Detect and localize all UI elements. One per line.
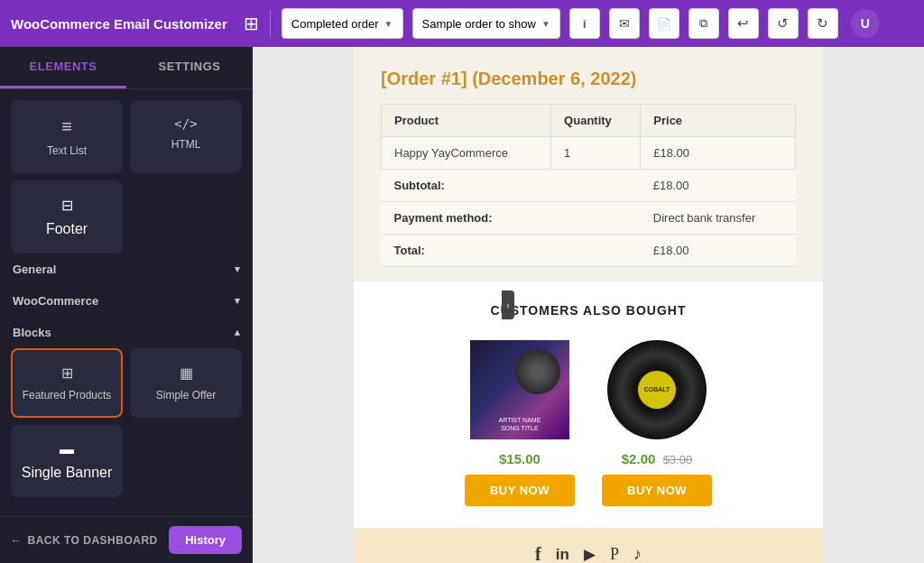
- arrow-left-icon: ←: [11, 534, 23, 547]
- customers-section: CUSTOMERS ALSO BOUGHT ARTIST NAMESONG TI…: [354, 282, 823, 528]
- payment-value: Direct bank transfer: [641, 202, 796, 235]
- payment-row: Payment method: Direct bank transfer: [382, 202, 796, 235]
- subtotal-empty: [551, 170, 641, 202]
- elements-grid: ≡ Text List </> HTML: [11, 100, 242, 173]
- section-blocks[interactable]: Blocks ▴: [11, 317, 242, 348]
- total-row: Total: £18.00: [382, 235, 796, 267]
- price-current: $15.00: [499, 451, 541, 466]
- blocks-single-row: ▬ Single Banner: [11, 425, 242, 497]
- pinterest-icon[interactable]: P: [610, 545, 619, 563]
- sidebar-item-text-list[interactable]: ≡ Text List: [11, 100, 123, 173]
- email-icon-button[interactable]: ✉: [609, 8, 640, 39]
- sidebar-tabs: ELEMENTS SETTINGS: [0, 47, 253, 89]
- sidebar-item-simple-offer[interactable]: ▦ Simple Offer: [130, 348, 242, 418]
- table-row: Happy YayCommerce 1 £18.00: [382, 137, 796, 170]
- buy-now-button-vinyl[interactable]: BUY NOW: [602, 475, 712, 506]
- avatar[interactable]: U: [851, 9, 880, 38]
- col-price: Price: [641, 105, 796, 137]
- section-woocommerce[interactable]: WooCommerce ▾: [11, 285, 242, 317]
- preview-area: [Order #1] (December 6, 2022) Product Qu…: [253, 47, 924, 563]
- html-icon: </>: [174, 116, 197, 131]
- vinyl-label: COBALT: [638, 371, 676, 409]
- sidebar-content: ≡ Text List </> HTML ⊟ Footer General ▾: [0, 89, 253, 516]
- simple-offer-icon: ▦: [180, 365, 193, 382]
- sidebar: ELEMENTS SETTINGS ≡ Text List </> HTML ⊟…: [0, 47, 253, 563]
- sidebar-item-featured-products[interactable]: ⊞ Featured Products: [11, 348, 123, 418]
- section-woocommerce-label: WooCommerce: [13, 294, 98, 308]
- sidebar-item-single-banner[interactable]: ▬ Single Banner: [11, 425, 123, 497]
- total-label: Total:: [382, 235, 551, 267]
- footer-icon: ⊟: [61, 197, 73, 214]
- customers-title: CUSTOMERS ALSO BOUGHT: [372, 303, 805, 318]
- info-icon-button[interactable]: i: [569, 8, 600, 39]
- sidebar-item-html[interactable]: </> HTML: [130, 100, 242, 173]
- subtotal-row: Subtotal: £18.00: [382, 170, 796, 202]
- chevron-up-icon: ▴: [235, 327, 240, 338]
- sample-order-dropdown[interactable]: Sample order to show ▼: [412, 8, 560, 39]
- album-vinyl-decoration: [515, 349, 560, 394]
- vinyl-record-art: COBALT: [607, 340, 707, 439]
- topbar: WooCommerce Email Customizer ⊞ Completed…: [0, 0, 924, 47]
- footer-label: Footer: [46, 221, 88, 237]
- elements-single-row: ⊟ Footer: [11, 180, 242, 254]
- email-preview: [Order #1] (December 6, 2022) Product Qu…: [354, 47, 823, 563]
- back-to-dashboard-button[interactable]: ← BACK TO DASHBOARD: [11, 534, 158, 547]
- duplicate-icon-button[interactable]: ⧉: [688, 8, 719, 39]
- app-title: WooCommerce Email Customizer: [11, 16, 227, 32]
- payment-label: Payment method:: [382, 202, 551, 235]
- product-card-album: ARTIST NAMESONG TITLE $15.00 BUY NOW: [465, 336, 575, 506]
- history-button[interactable]: History: [169, 526, 242, 554]
- topbar-divider: [270, 10, 271, 37]
- product-quantity: 1: [551, 137, 641, 170]
- product-name: Happy YayCommerce: [382, 137, 551, 170]
- chevron-down-icon: ▾: [235, 295, 240, 307]
- back-to-dashboard-label: BACK TO DASHBOARD: [28, 534, 158, 547]
- product-image-vinyl: COBALT: [603, 336, 711, 444]
- total-empty: [551, 235, 641, 267]
- chevron-down-icon: ▼: [384, 19, 393, 29]
- col-product: Product: [382, 105, 551, 137]
- chevron-down-icon: ▼: [541, 19, 550, 29]
- grid-icon[interactable]: ⊞: [244, 13, 259, 34]
- sidebar-collapse-button[interactable]: ‹: [502, 291, 514, 319]
- section-general[interactable]: General ▾: [11, 254, 242, 285]
- product-card-vinyl: COBALT $2.00 $3.00 BUY NOW: [602, 336, 712, 506]
- order-title: [Order #1] (December 6, 2022): [354, 47, 823, 104]
- html-label: HTML: [171, 138, 201, 151]
- tiktok-icon[interactable]: ♪: [633, 545, 642, 563]
- subtotal-value: £18.00: [641, 170, 796, 202]
- price-old: $3.00: [663, 453, 693, 466]
- document-icon-button[interactable]: 📄: [649, 8, 679, 39]
- linkedin-icon[interactable]: in: [556, 546, 569, 564]
- facebook-icon[interactable]: f: [535, 544, 541, 563]
- featured-products-label: Featured Products: [23, 389, 112, 401]
- undo-icon-button[interactable]: ↩: [728, 8, 759, 39]
- sidebar-item-footer[interactable]: ⊟ Footer: [11, 180, 123, 254]
- blocks-grid: ⊞ Featured Products ▦ Simple Offer: [11, 348, 242, 418]
- order-type-dropdown[interactable]: Completed order ▼: [282, 8, 403, 39]
- total-value: £18.00: [641, 235, 796, 267]
- tab-elements[interactable]: ELEMENTS: [0, 47, 126, 88]
- product-price: £18.00: [641, 137, 796, 170]
- text-list-label: Text List: [47, 144, 87, 157]
- product-image-album: ARTIST NAMESONG TITLE: [466, 336, 574, 444]
- album-cover-art: ARTIST NAMESONG TITLE: [470, 340, 569, 439]
- redo-left-icon-button[interactable]: ↺: [768, 8, 799, 39]
- tab-settings[interactable]: SETTINGS: [126, 47, 253, 88]
- single-banner-icon: ▬: [60, 441, 74, 457]
- price-current: $2.00: [622, 451, 656, 466]
- email-footer: f in ▶ P ♪: [354, 528, 823, 563]
- redo-right-icon-button[interactable]: ↻: [808, 8, 838, 39]
- subtotal-label: Subtotal:: [382, 170, 551, 202]
- product-prices-vinyl: $2.00 $3.00: [622, 451, 693, 467]
- featured-products-icon: ⊞: [61, 365, 73, 382]
- buy-now-button-album[interactable]: BUY NOW: [465, 475, 575, 506]
- single-banner-label: Single Banner: [22, 465, 113, 481]
- chevron-down-icon: ▾: [235, 263, 240, 275]
- product-price-current-album: $15.00: [499, 451, 541, 467]
- youtube-icon[interactable]: ▶: [584, 545, 596, 563]
- col-quantity: Quantity: [551, 105, 641, 137]
- section-blocks-label: Blocks: [13, 326, 51, 339]
- album-text: ARTIST NAMESONG TITLE: [499, 416, 541, 432]
- products-row: ARTIST NAMESONG TITLE $15.00 BUY NOW COB…: [372, 336, 805, 506]
